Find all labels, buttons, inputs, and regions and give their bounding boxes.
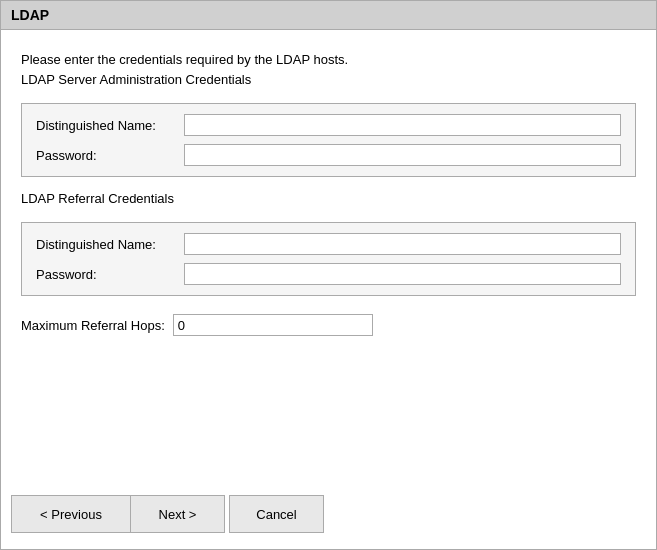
- referral-dn-label: Distinguished Name:: [36, 237, 176, 252]
- ldap-dialog: LDAP Please enter the credentials requir…: [0, 0, 657, 550]
- server-credentials-section: Distinguished Name: Password:: [21, 103, 636, 177]
- referral-password-row: Password:: [36, 263, 621, 285]
- intro-text: Please enter the credentials required by…: [21, 50, 636, 89]
- max-referral-hops-input[interactable]: [173, 314, 373, 336]
- server-dn-row: Distinguished Name:: [36, 114, 621, 136]
- referral-dn-row: Distinguished Name:: [36, 233, 621, 255]
- referral-credentials-section: Distinguished Name: Password:: [21, 222, 636, 296]
- referral-credentials-label: LDAP Referral Credentials: [21, 191, 636, 206]
- server-password-row: Password:: [36, 144, 621, 166]
- cancel-button[interactable]: Cancel: [229, 495, 324, 533]
- referral-password-input[interactable]: [184, 263, 621, 285]
- server-password-input[interactable]: [184, 144, 621, 166]
- referral-password-label: Password:: [36, 267, 176, 282]
- dialog-body: Please enter the credentials required by…: [1, 30, 656, 485]
- dialog-title: LDAP: [1, 1, 656, 30]
- server-password-label: Password:: [36, 148, 176, 163]
- previous-button[interactable]: < Previous: [11, 495, 131, 533]
- dialog-footer: < Previous Next > Cancel: [1, 485, 656, 549]
- max-referral-hops-label: Maximum Referral Hops:: [21, 318, 165, 333]
- max-referral-hops-row: Maximum Referral Hops:: [21, 314, 636, 336]
- server-dn-input[interactable]: [184, 114, 621, 136]
- referral-dn-input[interactable]: [184, 233, 621, 255]
- next-button[interactable]: Next >: [130, 495, 225, 533]
- server-dn-label: Distinguished Name:: [36, 118, 176, 133]
